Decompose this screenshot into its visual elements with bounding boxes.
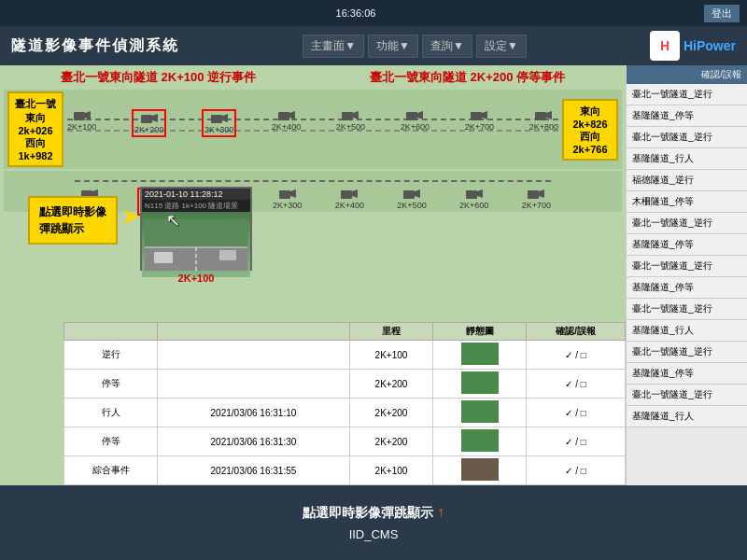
cam-top-2[interactable]: 2K+300 (202, 109, 236, 137)
login-button[interactable]: 登出 (704, 5, 740, 22)
svg-rect-12 (471, 112, 482, 120)
cam-top-7[interactable]: 2K+800 (529, 109, 558, 137)
table-row: 停等 2K+200 ✓ / □ (64, 370, 626, 399)
svg-rect-30 (528, 190, 539, 199)
row-km: 2K+200 (349, 399, 432, 427)
col-type (64, 323, 158, 341)
row-datetime: 2021/03/06 16:31:10 (158, 399, 350, 427)
cam-bot-3[interactable]: 2K+300 (273, 188, 302, 216)
row-km: 2K+100 (349, 341, 432, 370)
footer-main-text: 點選即時影像彈跳顯示 ↑ (303, 504, 444, 522)
tooltip-arrow-icon: ➤ (121, 203, 140, 230)
nav-main[interactable]: 主畫面▼ (303, 35, 364, 58)
row-action[interactable]: ✓ / □ (527, 399, 626, 427)
row-thumb (433, 370, 527, 399)
nav-settings[interactable]: 設定▼ (476, 35, 527, 58)
right-item[interactable]: 基隆隧道_停等 (627, 234, 747, 256)
row-km: 2K+200 (349, 370, 432, 399)
right-item[interactable]: 臺北一號隧道_逆行 (627, 84, 747, 105)
station-box-right: 東向 2k+826 西向 2k+766 (562, 99, 618, 161)
footer-main-label: 點選即時影像彈跳顯示 (303, 505, 437, 520)
svg-rect-28 (466, 190, 477, 199)
station-east-end-km: 2k+826 (570, 119, 611, 130)
svg-marker-13 (482, 111, 487, 119)
right-item[interactable]: 臺北一號隧道_逆行 (627, 385, 747, 406)
right-item[interactable]: 臺北一號隧道_逆行 (627, 256, 747, 277)
right-item[interactable]: 基隆隧道_行人 (627, 148, 747, 170)
row-action[interactable]: ✓ / □ (527, 370, 626, 399)
incidents-table: 里程 靜態圖 確認/誤報 逆行 2K+100 ✓ / □ 停等 (63, 322, 626, 485)
station-east-dir: 東向 (15, 111, 56, 125)
svg-marker-31 (539, 189, 544, 198)
col-km: 里程 (349, 323, 432, 341)
station-name: 臺北一號 (15, 97, 56, 111)
right-item[interactable]: 基隆隧道_停等 (627, 363, 747, 385)
right-item[interactable]: 基隆隧道_行人 (627, 406, 747, 427)
right-item[interactable]: 臺北一號隧道_逆行 (627, 213, 747, 234)
station-east-km: 2k+026 (15, 125, 56, 136)
col-action: 確認/誤報 (527, 323, 626, 341)
video-header: 2021-01-10 11:28:12 (142, 189, 250, 200)
right-item[interactable]: 基隆隧道_停等 (627, 277, 747, 299)
station-west-end-dir: 西向 (570, 130, 611, 144)
row-type: 停等 (64, 427, 158, 456)
cam-bot-7[interactable]: 2K+700 (522, 188, 551, 216)
nav-function[interactable]: 功能▼ (368, 35, 418, 58)
cam-bot-4[interactable]: 2K+400 (335, 188, 364, 216)
col-datetime (158, 323, 350, 341)
row-action[interactable]: ✓ / □ (527, 341, 626, 370)
svg-marker-7 (289, 111, 295, 119)
row-datetime (158, 341, 350, 370)
logo-icon: H (650, 31, 680, 61)
logo-text: HiPower (684, 38, 736, 53)
cam-top-6[interactable]: 2K+700 (465, 109, 494, 137)
cam-top-1[interactable]: 2K+200 (132, 109, 166, 137)
cam-top-3[interactable]: 2K+400 (272, 109, 301, 137)
right-item[interactable]: 福德隧道_逆行 (627, 170, 747, 191)
tooltip-line1: 點選即時影像 (39, 203, 106, 220)
tooltip-popup: 點選即時影像 彈跳顯示 (28, 196, 118, 245)
footer: 點選即時影像彈跳顯示 ↑ IID_CMS (0, 485, 747, 560)
svg-marker-9 (353, 111, 359, 119)
row-datetime: 2021/03/06 16:31:55 (158, 456, 350, 485)
top-camera-road: 2K+100 2K+200 2K+300 2K+400 (67, 109, 558, 150)
right-item[interactable]: 木柵隧道_停等 (627, 191, 747, 213)
svg-rect-14 (535, 112, 546, 120)
cam-top-5[interactable]: 2K+600 (401, 109, 430, 137)
row-thumb (433, 427, 527, 456)
nav-menu: 主畫面▼ 功能▼ 查詢▼ 設定▼ (303, 35, 527, 58)
right-panel: 確認/誤報 臺北一號隧道_逆行 基隆隧道_停等 臺北一號隧道_逆行 基隆隧道_行… (626, 65, 747, 485)
station-west-dir: 西向 (15, 136, 56, 150)
svg-rect-36 (154, 252, 173, 263)
right-item[interactable]: 臺北一號隧道_逆行 (627, 342, 747, 363)
svg-marker-11 (417, 111, 423, 119)
cam-bot-5[interactable]: 2K+500 (397, 188, 426, 216)
row-km: 2K+100 (349, 456, 432, 485)
footer-sub-text: IID_CMS (349, 527, 399, 541)
footer-arrow-icon: ↑ (437, 504, 444, 520)
row-type: 行人 (64, 399, 158, 427)
data-table-container: 里程 靜態圖 確認/誤報 逆行 2K+100 ✓ / □ 停等 (63, 322, 626, 485)
svg-rect-0 (74, 112, 85, 120)
right-item[interactable]: 臺北一號隧道_逆行 (627, 127, 747, 148)
cam-top-0[interactable]: 2K+100 (67, 109, 96, 137)
table-row: 綜合事件 2021/03/06 16:31:55 2K+100 ✓ / □ (64, 456, 626, 485)
row-action[interactable]: ✓ / □ (527, 427, 626, 456)
svg-rect-4 (211, 115, 222, 123)
nav-query[interactable]: 查詢▼ (422, 35, 472, 58)
row-thumb (433, 399, 527, 427)
svg-rect-24 (341, 190, 352, 199)
row-type: 停等 (64, 370, 158, 399)
svg-marker-25 (352, 189, 358, 198)
row-action[interactable]: ✓ / □ (527, 456, 626, 485)
right-item[interactable]: 基隆隧道_停等 (627, 105, 747, 127)
svg-rect-37 (219, 250, 236, 260)
incident-title-right: 臺北一號東向隧道 2K+200 停等事件 (370, 69, 565, 86)
right-panel-header: 確認/誤報 (627, 65, 747, 84)
left-panel: 臺北一號東向隧道 2K+100 逆行事件 臺北一號東向隧道 2K+200 停等事… (0, 65, 626, 485)
cam-bot-6[interactable]: 2K+600 (459, 188, 488, 216)
table-row: 停等 2021/03/06 16:31:30 2K+200 ✓ / □ (64, 427, 626, 456)
cam-top-4[interactable]: 2K+500 (336, 109, 365, 137)
right-item[interactable]: 基隆隧道_行人 (627, 320, 747, 342)
right-item[interactable]: 臺北一號隧道_逆行 (627, 299, 747, 320)
